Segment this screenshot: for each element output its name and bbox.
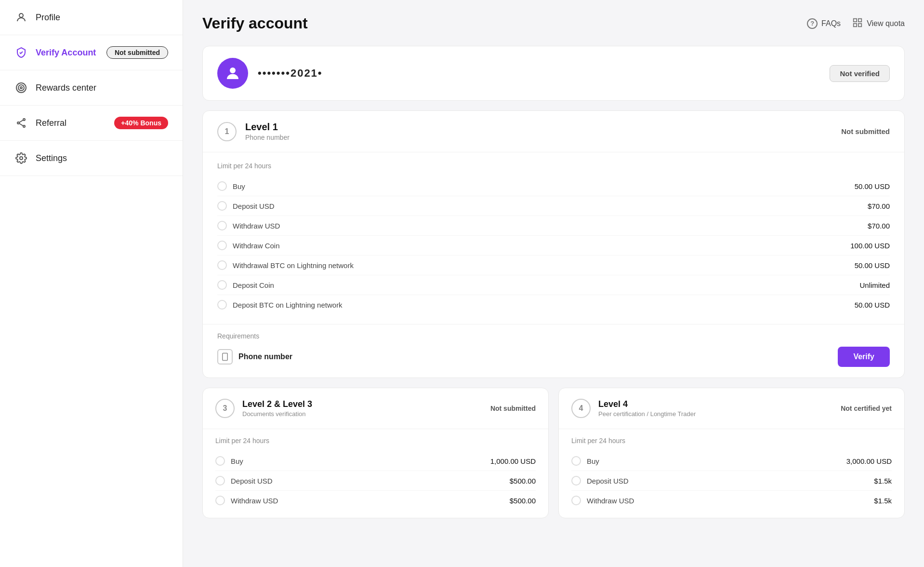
person-icon	[14, 11, 28, 24]
sidebar-label-profile: Profile	[36, 13, 60, 23]
level1-status: Not submitted	[841, 127, 890, 135]
share-icon	[14, 116, 28, 130]
level4-status: Not certified yet	[841, 405, 892, 412]
check-icon	[571, 456, 581, 466]
sidebar-item-profile[interactable]: Profile	[0, 0, 183, 35]
limit-name: Deposit USD	[231, 477, 504, 485]
sidebar-item-rewards[interactable]: Rewards center	[0, 70, 183, 106]
check-icon	[215, 456, 225, 466]
not-verified-badge: Not verified	[830, 65, 890, 82]
sidebar-label-verify-account: Verify Account	[36, 48, 96, 58]
view-quota-label: View quota	[867, 19, 905, 28]
verify-button[interactable]: Verify	[838, 347, 890, 367]
table-row: Buy 3,000.00 USD	[571, 451, 892, 471]
sidebar-item-referral[interactable]: Referral +40% Bonus	[0, 106, 183, 141]
requirement-item: Phone number	[217, 349, 292, 364]
level1-title-group: Level 1 Phone number	[245, 122, 290, 141]
table-row: Deposit BTC on Lightning network 50.00 U…	[217, 295, 890, 314]
level1-card: 1 Level 1 Phone number Not submitted Lim…	[202, 110, 905, 378]
svg-rect-13	[858, 23, 861, 26]
page-title: Verify account	[202, 14, 308, 32]
svg-point-6	[23, 125, 25, 127]
level23-title-group: Level 2 & Level 3 Documents verification	[242, 399, 312, 418]
limit-value: 100.00 USD	[850, 242, 890, 250]
limit-value: 1,000.00 USD	[490, 457, 536, 465]
check-icon	[217, 181, 227, 191]
limit-value: $1.5k	[874, 477, 892, 485]
quota-icon	[852, 17, 863, 30]
level4-header: 4 Level 4 Peer certification / Longtime …	[559, 388, 904, 429]
limit-value: 50.00 USD	[855, 301, 890, 309]
check-icon	[217, 280, 227, 290]
limit-value: $70.00	[868, 202, 890, 210]
limit-name: Buy	[233, 182, 849, 190]
level23-subtitle: Documents verification	[242, 410, 312, 418]
limit-name: Withdraw USD	[587, 497, 868, 505]
svg-rect-11	[858, 18, 861, 21]
limit-name: Withdraw Coin	[233, 242, 845, 250]
level1-title: Level 1	[245, 122, 290, 133]
limit-value: $500.00	[510, 477, 536, 485]
gear-icon	[14, 151, 28, 165]
table-row: Buy 50.00 USD	[217, 176, 890, 196]
limit-name: Withdrawal BTC on Lightning network	[233, 261, 849, 270]
level4-title-group: Level 4 Peer certification / Longtime Tr…	[598, 399, 696, 418]
sidebar-item-verify-account[interactable]: Verify Account Not submitted	[0, 35, 183, 70]
faqs-label: FAQs	[821, 19, 841, 28]
svg-point-14	[230, 68, 236, 73]
level23-title: Level 2 & Level 3	[242, 399, 312, 409]
table-row: Withdraw Coin 100.00 USD	[217, 236, 890, 256]
table-row: Deposit USD $70.00	[217, 196, 890, 216]
not-submitted-badge: Not submitted	[106, 46, 168, 59]
level23-status: Not submitted	[490, 405, 536, 412]
bonus-badge: +40% Bonus	[114, 117, 168, 129]
sidebar-label-referral: Referral	[36, 118, 66, 128]
level4-title: Level 4	[598, 399, 696, 409]
limit-value: Unlimited	[859, 281, 890, 289]
svg-point-5	[17, 122, 19, 124]
level23-header: 3 Level 2 & Level 3 Documents verificati…	[203, 388, 548, 429]
table-row: Withdrawal BTC on Lightning network 50.0…	[217, 256, 890, 275]
level4-badge: 4	[571, 399, 591, 418]
sidebar-item-settings[interactable]: Settings	[0, 141, 183, 176]
limit-name: Deposit USD	[587, 477, 868, 485]
faqs-link[interactable]: ? FAQs	[807, 18, 841, 29]
bottom-cards-row: 3 Level 2 & Level 3 Documents verificati…	[202, 388, 905, 518]
requirements-label: Requirements	[217, 332, 890, 340]
svg-point-2	[18, 85, 24, 91]
view-quota-link[interactable]: View quota	[852, 17, 905, 30]
svg-rect-12	[854, 23, 857, 26]
sidebar-label-settings: Settings	[36, 153, 67, 163]
limit-name: Deposit USD	[233, 202, 862, 210]
limit-name: Buy	[231, 457, 485, 465]
level23-limits: Limit per 24 hours Buy 1,000.00 USD Depo…	[203, 429, 548, 518]
limit-name: Withdraw USD	[233, 222, 862, 230]
header-actions: ? FAQs View quota	[807, 17, 905, 30]
svg-rect-15	[223, 353, 228, 361]
check-icon	[571, 476, 581, 486]
check-icon	[217, 300, 227, 310]
profile-username: •••••••2021•	[258, 67, 323, 80]
requirement-name: Phone number	[238, 352, 292, 361]
level1-header: 1 Level 1 Phone number Not submitted	[203, 111, 904, 152]
check-icon	[217, 201, 227, 211]
level1-requirements: Requirements Phone number Verify	[203, 324, 904, 378]
level1-badge: 1	[217, 122, 237, 141]
svg-line-8	[19, 123, 23, 126]
limit-name: Deposit BTC on Lightning network	[233, 301, 849, 309]
main-content: Verify account ? FAQs View quota •••••••…	[183, 0, 924, 567]
check-icon	[215, 496, 225, 505]
sidebar: Profile Verify Account Not submitted Rew…	[0, 0, 183, 567]
table-row: Withdraw USD $500.00	[215, 491, 536, 510]
limit-name: Withdraw USD	[231, 497, 504, 505]
limit-value: $1.5k	[874, 497, 892, 505]
svg-point-0	[19, 14, 23, 17]
level4-limits-label: Limit per 24 hours	[571, 437, 892, 445]
level1-limits: Limit per 24 hours Buy 50.00 USD Deposit…	[203, 152, 904, 324]
svg-point-4	[23, 119, 25, 121]
shield-icon	[14, 46, 28, 59]
profile-card: •••••••2021• Not verified	[202, 46, 905, 101]
svg-rect-10	[854, 18, 857, 21]
svg-point-9	[20, 157, 23, 160]
level23-limits-label: Limit per 24 hours	[215, 437, 536, 445]
